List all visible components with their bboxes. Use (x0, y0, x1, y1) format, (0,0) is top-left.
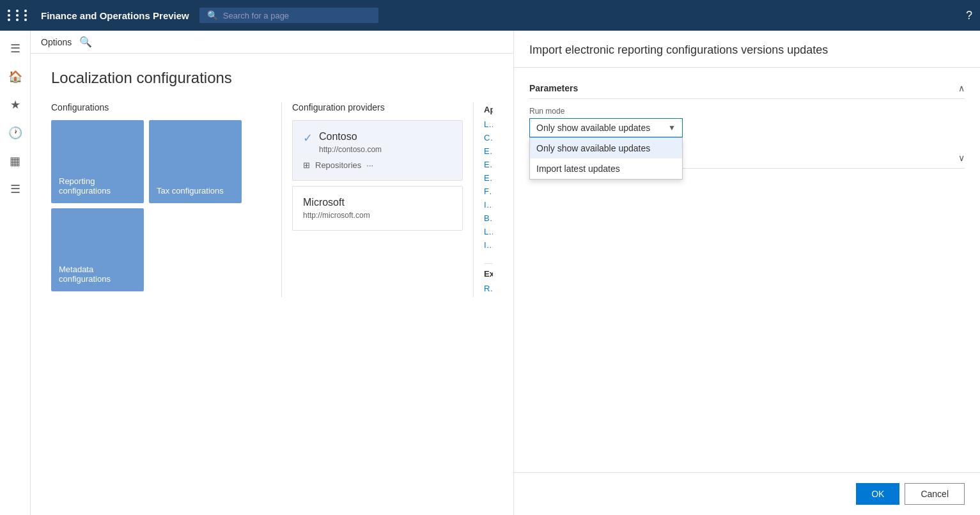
sidebar: ☰ 🏠 ★ 🕐 ▦ ☰ (0, 31, 31, 515)
sidebar-item-hamburger[interactable]: ☰ (3, 36, 28, 61)
tiles-row-2: Metadata configurations (51, 208, 271, 291)
search-input[interactable] (223, 11, 371, 20)
run-mode-dropdown[interactable]: Only show available updates ▼ (529, 118, 683, 137)
more-options-icon[interactable]: ··· (366, 160, 373, 170)
providers-section-title: Configuration providers (292, 102, 463, 112)
provider-microsoft-name: Microsoft (303, 197, 452, 208)
options-bar: Options 🔍 (31, 31, 513, 54)
search-icon: 🔍 (207, 10, 218, 20)
ok-button[interactable]: OK (856, 483, 899, 505)
related-link-8[interactable]: Loca... (484, 227, 493, 236)
tile-metadata[interactable]: Metadata configurations (51, 208, 144, 291)
run-background-chevron-icon: ∨ (958, 153, 965, 163)
related-link-4[interactable]: Elec... (484, 173, 493, 183)
app-title: Finance and Operations Preview (41, 10, 189, 21)
panel-footer: OK Cancel (514, 472, 980, 515)
run-mode-label: Run mode (529, 107, 965, 116)
provider-contoso-actions: ⊞ Repositories ··· (303, 160, 452, 170)
sidebar-item-list[interactable]: ☰ (3, 176, 28, 202)
dropdown-options-list: Only show available updates Import lates… (529, 137, 683, 180)
related-column: App... Lega... Conf... Elec... Elec... E… (473, 102, 493, 297)
dropdown-option-1[interactable]: Import latest updates (530, 158, 682, 179)
page-content: Localization configurations Configuratio… (31, 54, 513, 507)
provider-microsoft-url: http://microsoft.com (303, 211, 452, 220)
related-link-6[interactable]: Indu... (484, 200, 493, 210)
parameters-section-header[interactable]: Parameters ∧ (529, 78, 965, 99)
search-bar[interactable]: 🔍 (199, 8, 378, 23)
main-layout: ☰ 🏠 ★ 🕐 ▦ ☰ Options 🔍 Localization confi… (0, 31, 980, 515)
options-search-icon[interactable]: 🔍 (79, 36, 92, 48)
related-link-3[interactable]: Elec... (484, 160, 493, 169)
sidebar-item-recent[interactable]: 🕐 (3, 120, 28, 146)
related-link-9[interactable]: Impo... (484, 240, 493, 250)
related-link-5[interactable]: Fund... (484, 187, 493, 196)
providers-column: Configuration providers ✓ Contoso http:/… (281, 102, 473, 297)
run-mode-field: Run mode Only show available updates ▼ O… (529, 107, 965, 137)
provider-microsoft[interactable]: Microsoft http://microsoft.com (292, 186, 463, 231)
sidebar-item-workspace[interactable]: ▦ (3, 148, 28, 174)
related-link-2[interactable]: Elec... (484, 146, 493, 156)
tile-reporting[interactable]: Reporting configurations (51, 120, 144, 203)
sidebar-item-home[interactable]: 🏠 (3, 64, 28, 89)
panel-header: Import electronic reporting configuratio… (514, 31, 980, 68)
repositories-icon: ⊞ (303, 160, 310, 170)
related-link-1[interactable]: Conf... (484, 133, 493, 142)
right-panel-dialog: Import electronic reporting configuratio… (513, 31, 980, 515)
top-navigation-bar: Finance and Operations Preview 🔍 ? (0, 0, 980, 31)
configurations-section-title: Configurations (51, 102, 271, 112)
cancel-button[interactable]: Cancel (905, 483, 965, 505)
run-mode-dropdown-container: Only show available updates ▼ Only show … (529, 118, 965, 137)
apps-grid-icon[interactable] (8, 10, 31, 21)
parameters-title: Parameters (529, 83, 578, 93)
related-link-7[interactable]: Busi... (484, 213, 493, 223)
dialog-title: Import electronic reporting configuratio… (529, 43, 965, 57)
related-link-ext-0[interactable]: Regu... (484, 284, 493, 293)
parameters-chevron-icon: ∧ (958, 83, 965, 93)
related-link-0[interactable]: Lega... (484, 119, 493, 129)
repositories-label[interactable]: Repositories (315, 160, 361, 170)
checkmark-icon: ✓ (303, 131, 313, 145)
sidebar-item-favorites[interactable]: ★ (3, 92, 28, 118)
panel-body: Parameters ∧ Run mode Only show availabl… (514, 68, 980, 472)
options-title: Options (41, 37, 72, 47)
configurations-column: Configurations Reporting configurations … (51, 102, 281, 297)
tile-tax[interactable]: Tax configurations (149, 120, 242, 203)
dropdown-arrow-icon: ▼ (668, 123, 676, 132)
help-icon[interactable]: ? (966, 9, 972, 22)
ext-section-header: Exte... (484, 269, 493, 279)
provider-contoso[interactable]: ✓ Contoso http://contoso.com ⊞ Repositor… (292, 120, 463, 181)
page-title: Localization configurations (51, 69, 493, 87)
dropdown-option-0[interactable]: Only show available updates (530, 138, 682, 158)
tiles-row-1: Reporting configurations Tax configurati… (51, 120, 271, 203)
app-section-header: App... (484, 105, 493, 114)
content-area: Options 🔍 Localization configurations Co… (31, 31, 513, 515)
parameters-section: Parameters ∧ Run mode Only show availabl… (529, 78, 965, 137)
run-mode-value: Only show available updates (536, 123, 650, 133)
provider-contoso-url: http://contoso.com (319, 145, 382, 154)
provider-contoso-name: Contoso (319, 131, 382, 142)
